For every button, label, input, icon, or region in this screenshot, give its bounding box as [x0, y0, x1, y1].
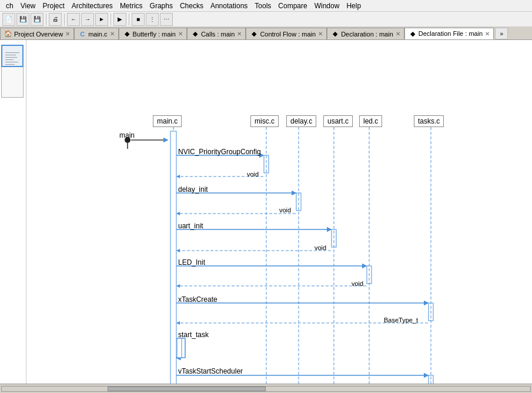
tab-close-declaration[interactable]: ✕ — [396, 31, 400, 37]
menu-project[interactable]: Project — [39, 1, 68, 11]
method-label-nvic: NVIC_PriorityGroupConfig — [178, 148, 261, 156]
tab-close-control-flow[interactable]: ✕ — [318, 31, 323, 37]
tab-bar: 🏠 Project Overview ✕ C main.c ✕ ◆ Butter… — [0, 27, 532, 40]
tab-project-overview[interactable]: 🏠 Project Overview ✕ — [0, 28, 74, 39]
method-label-led: LED_Init — [178, 258, 205, 267]
tab-calls[interactable]: ◆ Calls : main ✕ — [187, 28, 246, 39]
uart-active-bar — [332, 229, 336, 247]
tab-close-project-overview[interactable]: ✕ — [65, 31, 70, 37]
method-label-delay: delay_init — [178, 185, 208, 194]
delay-active-bar — [296, 193, 301, 211]
toolbar-separator-3 — [111, 14, 111, 25]
forward-button[interactable]: ► — [95, 13, 108, 26]
tab-label-main-c: main.c — [88, 31, 107, 38]
starttask-active-bar — [177, 338, 182, 358]
return-label-nvic: void — [247, 171, 259, 178]
menu-architectures[interactable]: Architectures — [68, 1, 116, 11]
content-area: main main.c misc.c delay.c usart.c led.c… — [0, 40, 532, 384]
method-label-vtask: vTaskStartScheduler — [178, 367, 243, 375]
tab-label-project-overview: Project Overview — [14, 31, 63, 38]
split-v-button[interactable]: ⋯ — [160, 13, 173, 26]
save-button[interactable]: 💾 — [16, 13, 29, 26]
led-active-bar — [367, 266, 372, 284]
minimap-panel — [0, 40, 26, 384]
tab-label-declaration-file: Declaration File : main — [419, 30, 483, 37]
lifeline-box-delay-c: delay.c — [286, 115, 316, 127]
horizontal-scrollbar[interactable] — [1, 386, 531, 392]
actor-label: main — [119, 131, 135, 139]
save-as-button[interactable]: 💾 — [31, 13, 44, 26]
control-flow-icon: ◆ — [250, 30, 258, 38]
toolbar: 📄 💾 💾 🖨 ← → ► ▶ ■ ⋮ ⋯ — [0, 12, 532, 27]
minimap-viewport[interactable] — [1, 45, 24, 67]
scrollbar-thumb[interactable] — [108, 387, 266, 391]
tab-label-declaration: Declaration : main — [341, 31, 393, 38]
tab-butterfly[interactable]: ◆ Butterfly : main ✕ — [119, 28, 187, 39]
tab-declaration[interactable]: ◆ Declaration : main ✕ — [327, 28, 404, 39]
toolbar-separator-2 — [64, 14, 65, 25]
return-label-delay: void — [279, 207, 291, 214]
menu-metrics[interactable]: Metrics — [116, 1, 146, 11]
tab-close-declaration-file[interactable]: ✕ — [485, 31, 490, 37]
lifeline-box-misc-c: misc.c — [250, 115, 279, 127]
return-label-led: void — [352, 280, 363, 287]
method-label-uart: uart_init — [178, 222, 203, 230]
menu-annotations[interactable]: Annotations — [207, 1, 251, 11]
vtask-active-bar — [429, 375, 433, 384]
menu-bar: ch View Project Architectures Metrics Gr… — [0, 0, 532, 12]
undo-button[interactable]: ← — [67, 13, 80, 26]
maincall-active-bar — [170, 131, 176, 384]
diagram-canvas: main main.c misc.c delay.c usart.c led.c… — [26, 40, 532, 384]
menu-graphs[interactable]: Graphs — [146, 1, 176, 11]
return-label-xtask: BaseType_t — [384, 317, 418, 324]
menu-view[interactable]: View — [17, 1, 39, 11]
menu-ch[interactable]: ch — [2, 1, 17, 11]
menu-compare[interactable]: Compare — [275, 1, 310, 11]
toolbar-separator-4 — [129, 14, 129, 25]
select-button[interactable]: ▶ — [113, 13, 126, 26]
lifeline-box-tasks-c: tasks.c — [414, 115, 444, 127]
diagram-area[interactable]: main main.c misc.c delay.c usart.c led.c… — [26, 40, 532, 384]
tab-close-main-c[interactable]: ✕ — [110, 31, 115, 37]
declaration-file-icon: ◆ — [409, 29, 417, 38]
tab-main-c[interactable]: C main.c ✕ — [74, 28, 118, 39]
scrollbar-area — [0, 384, 532, 393]
declaration-icon: ◆ — [331, 30, 339, 38]
menu-window[interactable]: Window — [311, 1, 343, 11]
toolbar-separator-1 — [46, 14, 46, 25]
split-h-button[interactable]: ⋮ — [146, 13, 159, 26]
xtask-active-bar — [429, 303, 433, 321]
nvic-active-bar — [264, 155, 269, 173]
tab-overflow-button[interactable]: » — [495, 28, 508, 39]
tab-close-butterfly[interactable]: ✕ — [178, 31, 183, 37]
redo-button[interactable]: → — [81, 13, 94, 26]
print-button[interactable]: 🖨 — [49, 13, 62, 26]
menu-help[interactable]: Help — [343, 1, 364, 11]
method-label-starttask: start_task — [178, 331, 209, 339]
butterfly-icon: ◆ — [123, 30, 131, 38]
method-label-xtask: xTaskCreate — [178, 295, 218, 304]
tab-control-flow[interactable]: ◆ Control Flow : main ✕ — [246, 28, 327, 39]
lifeline-box-led-c: led.c — [359, 115, 382, 127]
tab-label-calls: Calls : main — [201, 31, 235, 38]
tab-label-butterfly: Butterfly : main — [133, 31, 176, 38]
single-view-button[interactable]: ■ — [132, 13, 145, 26]
tab-declaration-file[interactable]: ◆ Declaration File : main ✕ — [404, 28, 494, 39]
menu-tools[interactable]: Tools — [251, 1, 275, 11]
menu-checks[interactable]: Checks — [176, 1, 207, 11]
tab-close-calls[interactable]: ✕ — [237, 31, 242, 37]
lifeline-box-main-c: main.c — [153, 115, 182, 127]
tab-label-control-flow: Control Flow : main — [260, 31, 316, 38]
new-button[interactable]: 📄 — [2, 13, 15, 26]
main-c-icon: C — [78, 30, 86, 38]
return-label-uart: void — [314, 244, 326, 251]
lifeline-box-usart-c: usart.c — [323, 115, 353, 127]
calls-icon: ◆ — [191, 30, 199, 38]
project-overview-icon: 🏠 — [4, 30, 12, 38]
